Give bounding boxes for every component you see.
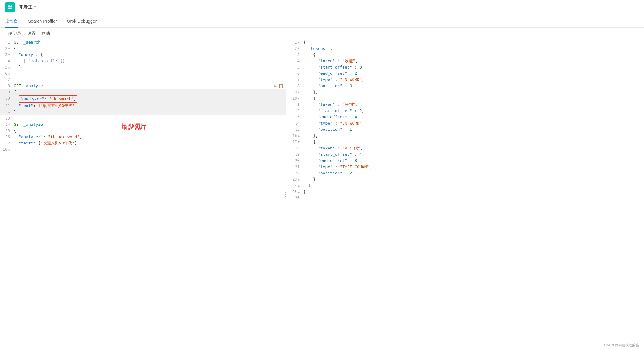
- out-num-19: 19: [286, 151, 302, 158]
- out-line-22: 22 "position" : 2: [286, 170, 644, 176]
- editor-line-16: 16 "analyzer": "ik_max_word",: [0, 134, 286, 140]
- editor-line-11: 11 "text": ["欢迎来到90年代"]: [0, 103, 286, 109]
- out-num-24: 24▲: [286, 182, 302, 189]
- out-line-12: 12 "start_offset" : 2,: [286, 108, 644, 114]
- line-num-8: 8: [0, 83, 12, 89]
- run-icon[interactable]: ▶: [274, 83, 277, 89]
- out-num-18: 18: [286, 145, 302, 151]
- out-content-11: "token" : "来到",: [302, 102, 644, 108]
- line-num-6: 6▲: [0, 70, 12, 77]
- out-num-17: 17▼: [286, 139, 302, 145]
- out-line-15: 15 "position" : 1: [286, 126, 644, 133]
- out-num-16: 16▲: [286, 133, 302, 139]
- out-num-14: 14: [286, 120, 302, 126]
- toolbar-settings[interactable]: 设置: [27, 31, 36, 36]
- out-num-2: 2▼: [286, 45, 302, 52]
- out-line-10: 10▼ {: [286, 95, 644, 102]
- out-line-9: 9▲ },: [286, 89, 644, 95]
- out-line-4: 4 "token" : "欢迎",: [286, 58, 644, 64]
- out-num-3: 3: [286, 52, 302, 58]
- out-content-9: },: [302, 89, 644, 95]
- line-content-18: }: [12, 146, 286, 153]
- app-title: 开发工具: [19, 4, 37, 10]
- editor-line-17: 17 "text": ["欢迎来到90年代"]: [0, 140, 286, 146]
- line-content-10: "analyzer": "ik_smart",: [12, 95, 286, 103]
- line-content-5: }: [12, 64, 286, 70]
- out-content-2: "tokens" : [: [302, 45, 644, 52]
- out-line-13: 13 "end_offset" : 4,: [286, 114, 644, 120]
- out-content-13: "end_offset" : 4,: [302, 114, 644, 120]
- editor-line-18: 18▲ }: [0, 146, 286, 153]
- toolbar-help[interactable]: 帮助: [42, 31, 50, 36]
- line-num-4: 4: [0, 58, 12, 64]
- out-num-26: 26: [286, 195, 302, 201]
- line-num-9: 9: [0, 89, 12, 95]
- out-num-11: 11: [286, 102, 302, 108]
- out-content-5: "start_offset" : 0,: [302, 64, 644, 70]
- editor-panel: 1 GET _search 2▼ { 3▼ "query": { 4 | "ma…: [0, 39, 286, 350]
- editor-line-5: 5▲ }: [0, 64, 286, 70]
- out-content-6: "end_offset" : 2,: [302, 70, 644, 77]
- tab-console[interactable]: 控制台: [5, 16, 18, 28]
- line-num-17: 17: [0, 140, 12, 146]
- out-line-17: 17▼ {: [286, 139, 644, 145]
- line-num-13: 13: [0, 115, 12, 121]
- output-code: 1▼ { 2▼ "tokens" : [ 3 { 4 "token" : "欢迎…: [286, 39, 644, 201]
- editor-line-1: 1 GET _search: [0, 39, 286, 45]
- footer: CSDN @泰蓝钦动的猫: [604, 343, 639, 348]
- out-content-21: "type" : "TYPE_CQUAN",: [302, 164, 644, 170]
- line-num-11: 11: [0, 103, 12, 109]
- line-num-10: 10: [0, 95, 12, 102]
- line-num-14: 14: [0, 121, 12, 128]
- line-num-5: 5▲: [0, 64, 12, 70]
- out-content-15: "position" : 1: [302, 126, 644, 133]
- out-content-8: "position" : 0: [302, 83, 644, 89]
- out-content-20: "end_offset" : 8,: [302, 158, 644, 164]
- out-num-25: 25▲: [286, 189, 302, 195]
- out-content-12: "start_offset" : 2,: [302, 108, 644, 114]
- out-line-20: 20 "end_offset" : 8,: [286, 158, 644, 164]
- out-line-3: 3 {: [286, 52, 644, 58]
- out-content-14: "type" : "CN_WORD",: [302, 120, 644, 126]
- line-num-7: 7: [0, 77, 12, 83]
- main-content: 1 GET _search 2▼ { 3▼ "query": { 4 | "ma…: [0, 39, 644, 350]
- line-content-14: GET _analyze: [12, 121, 286, 128]
- out-line-18: 18 "token" : "90年代",: [286, 145, 644, 151]
- editor-line-6: 6▲ }: [0, 70, 286, 77]
- out-line-25: 25▲ }: [286, 189, 644, 195]
- editor-line-10: 10 "analyzer": "ik_smart",: [0, 95, 286, 103]
- line-num-18: 18▲: [0, 146, 12, 153]
- line-content-13: [12, 115, 286, 121]
- out-line-16: 16▲ },: [286, 133, 644, 139]
- out-num-6: 6: [286, 70, 302, 77]
- out-num-23: 23▲: [286, 176, 302, 182]
- out-content-18: "token" : "90年代",: [302, 145, 644, 151]
- line-content-17: "text": ["欢迎来到90年代"]: [12, 140, 286, 146]
- line-content-4: | "match_all": {}: [12, 58, 286, 64]
- line-content-7: [12, 77, 286, 83]
- out-line-7: 7 "type" : "CN_WORD",: [286, 77, 644, 83]
- out-content-23: }: [302, 176, 644, 182]
- line-num-16: 16: [0, 134, 12, 140]
- out-content-17: {: [302, 139, 644, 145]
- out-content-16: },: [302, 133, 644, 139]
- out-content-24: ]: [302, 182, 644, 189]
- toolbar-history[interactable]: 历史记录: [5, 31, 21, 36]
- out-content-4: "token" : "欢迎",: [302, 58, 644, 64]
- tab-search-profiler[interactable]: Search Profiler: [28, 16, 57, 28]
- code-editor[interactable]: 1 GET _search 2▼ { 3▼ "query": { 4 | "ma…: [0, 39, 286, 350]
- resize-handle[interactable]: [284, 188, 286, 201]
- app-logo: 默: [5, 2, 15, 12]
- output-panel: 1▼ { 2▼ "tokens" : [ 3 { 4 "token" : "欢迎…: [286, 39, 644, 350]
- line-content-11: "text": ["欢迎来到90年代"]: [12, 103, 286, 109]
- out-line-26: 26: [286, 195, 644, 201]
- line-content-15: {: [12, 128, 286, 134]
- copy-icon[interactable]: 📋: [278, 83, 284, 89]
- line-content-8: GET _analyze ▶ 📋: [12, 83, 286, 89]
- tab-bar: 控制台 Search Profiler Grok Debugger: [0, 15, 644, 28]
- out-content-22: "position" : 2: [302, 170, 644, 176]
- tab-grok-debugger[interactable]: Grok Debugger: [67, 16, 97, 28]
- out-content-7: "type" : "CN_WORD",: [302, 77, 644, 83]
- line-num-1: 1: [0, 39, 12, 45]
- line-num-3: 3▼: [0, 52, 12, 58]
